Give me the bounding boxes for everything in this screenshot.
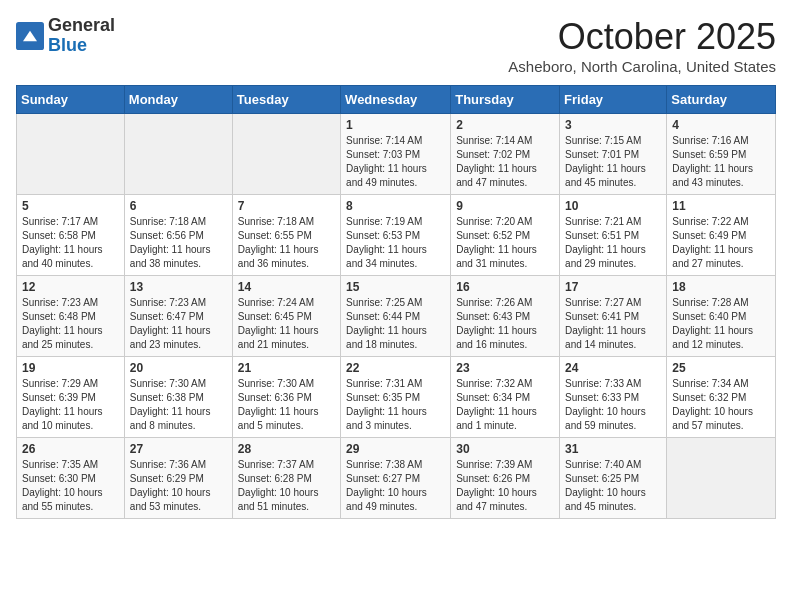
calendar-table: SundayMondayTuesdayWednesdayThursdayFrid…	[16, 85, 776, 519]
calendar-cell: 31Sunrise: 7:40 AM Sunset: 6:25 PM Dayli…	[560, 438, 667, 519]
day-info: Sunrise: 7:31 AM Sunset: 6:35 PM Dayligh…	[346, 377, 445, 433]
calendar-cell: 7Sunrise: 7:18 AM Sunset: 6:55 PM Daylig…	[232, 195, 340, 276]
day-info: Sunrise: 7:35 AM Sunset: 6:30 PM Dayligh…	[22, 458, 119, 514]
day-number: 19	[22, 361, 119, 375]
day-number: 25	[672, 361, 770, 375]
day-number: 16	[456, 280, 554, 294]
calendar-week-row: 26Sunrise: 7:35 AM Sunset: 6:30 PM Dayli…	[17, 438, 776, 519]
calendar-cell	[232, 114, 340, 195]
day-info: Sunrise: 7:25 AM Sunset: 6:44 PM Dayligh…	[346, 296, 445, 352]
day-number: 23	[456, 361, 554, 375]
calendar-cell: 21Sunrise: 7:30 AM Sunset: 6:36 PM Dayli…	[232, 357, 340, 438]
calendar-cell: 29Sunrise: 7:38 AM Sunset: 6:27 PM Dayli…	[341, 438, 451, 519]
day-number: 1	[346, 118, 445, 132]
calendar-cell: 30Sunrise: 7:39 AM Sunset: 6:26 PM Dayli…	[451, 438, 560, 519]
day-info: Sunrise: 7:38 AM Sunset: 6:27 PM Dayligh…	[346, 458, 445, 514]
day-info: Sunrise: 7:39 AM Sunset: 6:26 PM Dayligh…	[456, 458, 554, 514]
month-title: October 2025	[508, 16, 776, 58]
day-number: 9	[456, 199, 554, 213]
calendar-week-row: 5Sunrise: 7:17 AM Sunset: 6:58 PM Daylig…	[17, 195, 776, 276]
location: Asheboro, North Carolina, United States	[508, 58, 776, 75]
calendar-week-row: 1Sunrise: 7:14 AM Sunset: 7:03 PM Daylig…	[17, 114, 776, 195]
day-info: Sunrise: 7:16 AM Sunset: 6:59 PM Dayligh…	[672, 134, 770, 190]
day-number: 20	[130, 361, 227, 375]
day-info: Sunrise: 7:30 AM Sunset: 6:36 PM Dayligh…	[238, 377, 335, 433]
day-info: Sunrise: 7:18 AM Sunset: 6:55 PM Dayligh…	[238, 215, 335, 271]
weekday-header: Thursday	[451, 86, 560, 114]
calendar-cell: 16Sunrise: 7:26 AM Sunset: 6:43 PM Dayli…	[451, 276, 560, 357]
calendar-cell: 15Sunrise: 7:25 AM Sunset: 6:44 PM Dayli…	[341, 276, 451, 357]
day-info: Sunrise: 7:20 AM Sunset: 6:52 PM Dayligh…	[456, 215, 554, 271]
logo-blue: Blue	[48, 35, 87, 55]
day-number: 29	[346, 442, 445, 456]
day-info: Sunrise: 7:26 AM Sunset: 6:43 PM Dayligh…	[456, 296, 554, 352]
calendar-cell: 8Sunrise: 7:19 AM Sunset: 6:53 PM Daylig…	[341, 195, 451, 276]
day-number: 11	[672, 199, 770, 213]
day-info: Sunrise: 7:28 AM Sunset: 6:40 PM Dayligh…	[672, 296, 770, 352]
day-number: 13	[130, 280, 227, 294]
calendar-cell: 6Sunrise: 7:18 AM Sunset: 6:56 PM Daylig…	[124, 195, 232, 276]
day-info: Sunrise: 7:14 AM Sunset: 7:02 PM Dayligh…	[456, 134, 554, 190]
day-info: Sunrise: 7:40 AM Sunset: 6:25 PM Dayligh…	[565, 458, 661, 514]
day-number: 10	[565, 199, 661, 213]
calendar-cell: 20Sunrise: 7:30 AM Sunset: 6:38 PM Dayli…	[124, 357, 232, 438]
day-info: Sunrise: 7:22 AM Sunset: 6:49 PM Dayligh…	[672, 215, 770, 271]
day-number: 15	[346, 280, 445, 294]
calendar-cell: 28Sunrise: 7:37 AM Sunset: 6:28 PM Dayli…	[232, 438, 340, 519]
day-info: Sunrise: 7:24 AM Sunset: 6:45 PM Dayligh…	[238, 296, 335, 352]
day-number: 4	[672, 118, 770, 132]
day-number: 30	[456, 442, 554, 456]
weekday-header: Friday	[560, 86, 667, 114]
day-info: Sunrise: 7:30 AM Sunset: 6:38 PM Dayligh…	[130, 377, 227, 433]
day-number: 18	[672, 280, 770, 294]
calendar-cell: 23Sunrise: 7:32 AM Sunset: 6:34 PM Dayli…	[451, 357, 560, 438]
calendar-week-row: 19Sunrise: 7:29 AM Sunset: 6:39 PM Dayli…	[17, 357, 776, 438]
weekday-header: Tuesday	[232, 86, 340, 114]
day-number: 2	[456, 118, 554, 132]
logo: General Blue	[16, 16, 115, 56]
weekday-header-row: SundayMondayTuesdayWednesdayThursdayFrid…	[17, 86, 776, 114]
day-info: Sunrise: 7:19 AM Sunset: 6:53 PM Dayligh…	[346, 215, 445, 271]
calendar-cell	[667, 438, 776, 519]
calendar-cell: 11Sunrise: 7:22 AM Sunset: 6:49 PM Dayli…	[667, 195, 776, 276]
calendar-cell: 1Sunrise: 7:14 AM Sunset: 7:03 PM Daylig…	[341, 114, 451, 195]
day-info: Sunrise: 7:37 AM Sunset: 6:28 PM Dayligh…	[238, 458, 335, 514]
day-number: 17	[565, 280, 661, 294]
calendar-cell: 2Sunrise: 7:14 AM Sunset: 7:02 PM Daylig…	[451, 114, 560, 195]
calendar-cell: 22Sunrise: 7:31 AM Sunset: 6:35 PM Dayli…	[341, 357, 451, 438]
weekday-header: Sunday	[17, 86, 125, 114]
day-info: Sunrise: 7:23 AM Sunset: 6:48 PM Dayligh…	[22, 296, 119, 352]
day-info: Sunrise: 7:33 AM Sunset: 6:33 PM Dayligh…	[565, 377, 661, 433]
day-number: 14	[238, 280, 335, 294]
day-number: 22	[346, 361, 445, 375]
day-number: 6	[130, 199, 227, 213]
calendar-cell	[124, 114, 232, 195]
day-info: Sunrise: 7:17 AM Sunset: 6:58 PM Dayligh…	[22, 215, 119, 271]
calendar-cell: 4Sunrise: 7:16 AM Sunset: 6:59 PM Daylig…	[667, 114, 776, 195]
day-info: Sunrise: 7:34 AM Sunset: 6:32 PM Dayligh…	[672, 377, 770, 433]
day-number: 21	[238, 361, 335, 375]
calendar-cell: 5Sunrise: 7:17 AM Sunset: 6:58 PM Daylig…	[17, 195, 125, 276]
calendar-week-row: 12Sunrise: 7:23 AM Sunset: 6:48 PM Dayli…	[17, 276, 776, 357]
page-header: General Blue October 2025 Asheboro, Nort…	[16, 16, 776, 75]
calendar-cell: 14Sunrise: 7:24 AM Sunset: 6:45 PM Dayli…	[232, 276, 340, 357]
day-info: Sunrise: 7:27 AM Sunset: 6:41 PM Dayligh…	[565, 296, 661, 352]
day-number: 28	[238, 442, 335, 456]
calendar-cell: 19Sunrise: 7:29 AM Sunset: 6:39 PM Dayli…	[17, 357, 125, 438]
day-info: Sunrise: 7:15 AM Sunset: 7:01 PM Dayligh…	[565, 134, 661, 190]
day-info: Sunrise: 7:36 AM Sunset: 6:29 PM Dayligh…	[130, 458, 227, 514]
logo-text: General Blue	[48, 16, 115, 56]
title-area: October 2025 Asheboro, North Carolina, U…	[508, 16, 776, 75]
day-number: 31	[565, 442, 661, 456]
weekday-header: Saturday	[667, 86, 776, 114]
day-number: 12	[22, 280, 119, 294]
day-info: Sunrise: 7:21 AM Sunset: 6:51 PM Dayligh…	[565, 215, 661, 271]
day-info: Sunrise: 7:29 AM Sunset: 6:39 PM Dayligh…	[22, 377, 119, 433]
calendar-cell: 9Sunrise: 7:20 AM Sunset: 6:52 PM Daylig…	[451, 195, 560, 276]
calendar-cell: 25Sunrise: 7:34 AM Sunset: 6:32 PM Dayli…	[667, 357, 776, 438]
day-number: 3	[565, 118, 661, 132]
calendar-cell: 3Sunrise: 7:15 AM Sunset: 7:01 PM Daylig…	[560, 114, 667, 195]
day-number: 8	[346, 199, 445, 213]
weekday-header: Wednesday	[341, 86, 451, 114]
calendar-cell: 27Sunrise: 7:36 AM Sunset: 6:29 PM Dayli…	[124, 438, 232, 519]
